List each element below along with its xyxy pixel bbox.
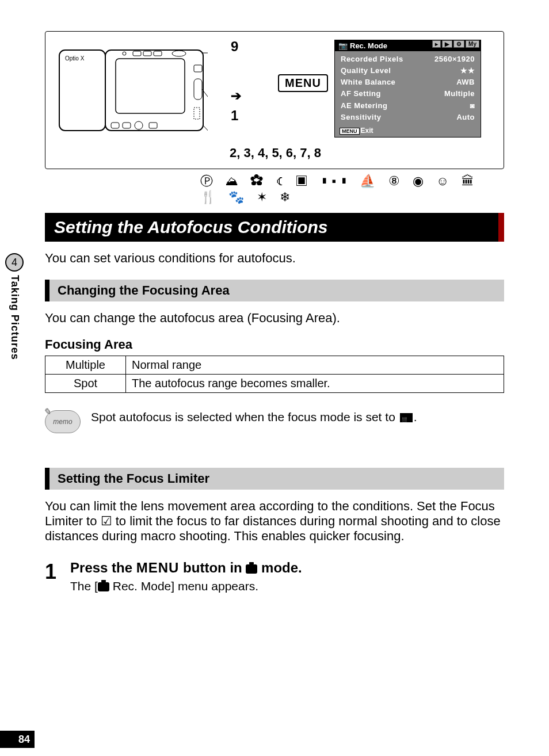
step-sub: The [ Rec. Mode] menu appears. <box>70 579 302 593</box>
memo-text: Spot autofocus is selected when the focu… <box>91 410 417 424</box>
menu-button-graphic: MENU <box>278 74 328 92</box>
subsection-focusing-area: Changing the Focusing Area <box>45 280 504 301</box>
screen-row: Quality Level★★ <box>341 65 475 77</box>
svg-rect-12 <box>111 123 119 128</box>
camera-mode-icon <box>98 582 109 591</box>
exit-label: Exit <box>361 127 373 135</box>
svg-rect-5 <box>133 51 141 56</box>
top-diagram: Optio X 9 1 2, 3, 4, 5, 6, 7, 8 <box>45 31 504 169</box>
callout-1: 1 <box>231 108 238 124</box>
chapter-label: Taking Pictures <box>9 275 21 360</box>
svg-rect-7 <box>154 51 162 56</box>
step-number: 1 <box>45 560 56 593</box>
chapter-number-badge: 4 <box>5 253 24 272</box>
svg-rect-6 <box>143 51 151 56</box>
table-row: Multiple Normal range <box>45 356 504 375</box>
svg-text:Optio X: Optio X <box>65 55 85 62</box>
svg-point-8 <box>172 51 186 56</box>
sub1-text: You can change the autofocus area (Focus… <box>45 311 504 326</box>
svg-point-14 <box>135 121 143 129</box>
screen-title: Rec. Mode <box>350 41 387 50</box>
callout-steps: 2, 3, 4, 5, 6, 7, 8 <box>230 146 321 161</box>
camera-illustration: Optio X <box>58 44 208 136</box>
memo-block: memo Spot autofocus is selected when the… <box>45 410 504 433</box>
svg-rect-9 <box>194 65 202 72</box>
menu-tag: MENU <box>340 128 360 135</box>
subsection-focus-limiter: Setting the Focus Limiter <box>45 468 504 490</box>
screen-row: AE Metering◙ <box>341 100 475 112</box>
cell-value: The autofocus range becomes smaller. <box>126 375 504 393</box>
screen-tab: ⚙ <box>453 40 464 48</box>
screen-row: AF SettingMultiple <box>341 88 475 100</box>
lcd-screen: 📷 Rec. Mode ▸ ▶ ⚙ My Recorded Pixels2560… <box>334 40 481 138</box>
table-caption: Focusing Area <box>45 337 504 352</box>
screen-tabs: ▸ ▶ ⚙ My <box>432 40 479 48</box>
focusing-area-table: Multiple Normal range Spot The autofocus… <box>45 356 504 393</box>
arrow-icon: ➔ <box>231 89 241 104</box>
svg-rect-11 <box>194 108 200 119</box>
screen-row: SensitivityAuto <box>341 112 475 123</box>
screen-exit: MENUExit <box>340 127 373 135</box>
cell-value: Normal range <box>126 356 504 375</box>
mode-icons-row: Ⓟ ⛰ ✿ ☾ ▣ ▮▪▮ ⛵ ⑧ ◉ ☺ 🏛 🍴 🐾 ✶ ❄ <box>45 173 504 205</box>
svg-point-4 <box>123 52 126 55</box>
cell-key: Spot <box>45 375 126 393</box>
screen-tab: My <box>466 40 479 48</box>
screen-row: Recorded Pixels2560×1920 <box>341 54 475 65</box>
screen-header: 📷 Rec. Mode ▸ ▶ ⚙ My <box>335 40 481 51</box>
svg-rect-13 <box>123 123 131 128</box>
section-title: Setting the Autofocus Conditions <box>45 213 504 242</box>
memo-icon: memo <box>45 410 81 433</box>
svg-rect-3 <box>116 59 185 113</box>
sub2-text: You can limit the lens movement area acc… <box>45 499 504 544</box>
page-number: 84 <box>0 731 35 748</box>
svg-rect-0 <box>59 50 105 131</box>
screen-tab: ▸ <box>432 40 441 48</box>
callout-9: 9 <box>231 39 238 55</box>
svg-rect-10 <box>194 79 202 100</box>
step-1: 1 Press the MENU button in mode. The [ R… <box>45 560 504 593</box>
screen-row: White BalanceAWB <box>341 77 475 88</box>
table-row: Spot The autofocus range becomes smaller… <box>45 375 504 393</box>
grid-focus-icon <box>400 413 413 422</box>
svg-rect-1 <box>105 50 203 131</box>
camera-mode-icon <box>246 564 257 574</box>
step-title: Press the MENU button in mode. <box>70 560 302 576</box>
cell-key: Multiple <box>45 356 126 375</box>
svg-rect-15 <box>149 123 157 128</box>
chapter-side-tab: 4 Taking Pictures <box>0 253 29 360</box>
svg-line-18 <box>203 125 208 136</box>
intro-text: You can set various conditions for autof… <box>45 251 504 266</box>
camera-icon: 📷 <box>338 41 348 50</box>
screen-tab: ▶ <box>442 40 452 48</box>
menu-word: MENU <box>136 560 180 575</box>
screen-rows: Recorded Pixels2560×1920 Quality Level★★… <box>335 51 481 124</box>
